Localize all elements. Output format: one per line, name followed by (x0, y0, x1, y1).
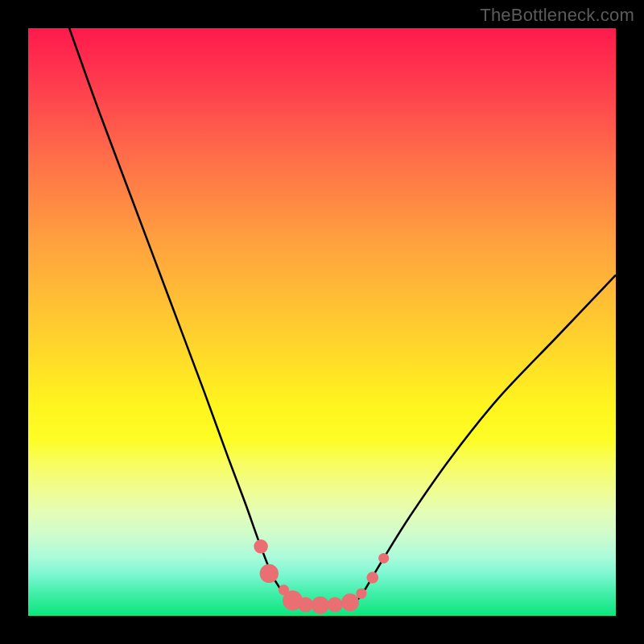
curve-markers (254, 539, 389, 614)
curve-marker (378, 553, 389, 564)
curve-marker (356, 588, 366, 599)
chart-plot-area (28, 28, 616, 616)
curve-marker (366, 572, 378, 584)
curve-marker (298, 597, 313, 613)
curve-marker (312, 597, 329, 614)
curve-marker (254, 539, 268, 554)
curve-marker (341, 593, 359, 611)
bottleneck-curve (69, 28, 616, 605)
curve-marker (328, 597, 343, 613)
watermark-text: TheBottleneck.com (480, 5, 634, 26)
curve-marker (260, 564, 279, 583)
chart-svg (28, 28, 616, 616)
